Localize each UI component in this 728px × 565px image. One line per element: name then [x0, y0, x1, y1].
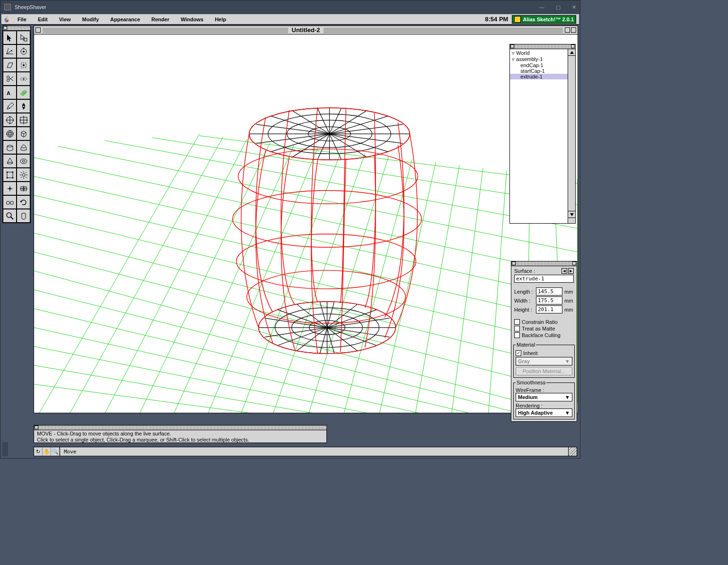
properties-zoom-button[interactable]: [572, 261, 576, 265]
tool-extrude1[interactable]: [3, 140, 17, 154]
app-menu[interactable]: Alias Sketch!™ 2.0.1: [512, 15, 576, 24]
rendering-select[interactable]: High Adaptive▼: [516, 409, 572, 417]
close-button[interactable]: ✕: [572, 4, 576, 10]
properties-panel[interactable]: Surface : ◄► Length : mm Width : mm Heig…: [511, 261, 577, 422]
outliner-close-button[interactable]: [510, 44, 514, 48]
minimize-button[interactable]: —: [539, 4, 544, 10]
scroll-up-icon[interactable]: [568, 49, 575, 56]
outliner-item-startCap-1[interactable]: startCap-1: [510, 68, 575, 74]
length-field[interactable]: [536, 287, 562, 296]
rotate3d-icon: [19, 47, 28, 56]
tool-sphere[interactable]: [3, 127, 17, 140]
properties-close-button[interactable]: [512, 261, 516, 265]
width-field[interactable]: [536, 296, 562, 304]
tool-rotate3d[interactable]: [17, 44, 30, 58]
tool-scissors[interactable]: [3, 72, 17, 86]
outliner-item-assembly-1[interactable]: ▿ assembly-1: [510, 56, 575, 62]
maximize-button[interactable]: ▢: [556, 4, 561, 10]
tool-torus[interactable]: [17, 154, 30, 168]
tool-light[interactable]: [17, 168, 30, 182]
doc-zoom-button[interactable]: [565, 27, 570, 33]
tool-palette[interactable]: A: [2, 26, 31, 223]
hint-panel: MOVE - Click-Drag to move objects along …: [34, 425, 327, 443]
tool-pencil[interactable]: [3, 99, 17, 113]
height-field[interactable]: [536, 305, 562, 313]
tool-gridplane[interactable]: [17, 86, 30, 99]
tool-cone[interactable]: [3, 154, 17, 168]
outliner-panel[interactable]: ▿ World▿ assembly-1 endCap-1 startCap-1 …: [509, 44, 576, 224]
status-cycle-icon[interactable]: ↻: [34, 447, 43, 456]
tool-pen[interactable]: [17, 99, 30, 113]
material-group: Material ✓Inherit Gray▼ Position Materia…: [513, 342, 575, 378]
outliner-drag-handle[interactable]: [510, 44, 575, 49]
tool-arrow[interactable]: [3, 31, 17, 44]
tool-zoom[interactable]: [3, 209, 17, 223]
tool-extrude2[interactable]: [17, 140, 30, 154]
status-hand-icon[interactable]: ✋: [43, 447, 51, 456]
menu-windows[interactable]: Windows: [175, 17, 209, 22]
status-zoom-icon[interactable]: 🔍: [51, 447, 60, 456]
tool-rectcross[interactable]: [17, 113, 30, 127]
treat-as-matte-checkbox[interactable]: Treat as Matte: [514, 326, 574, 331]
svg-point-24: [12, 171, 13, 173]
apple-menu-icon[interactable]: [1, 14, 12, 25]
tool-cube[interactable]: [17, 127, 30, 140]
tool-selectlasso[interactable]: [17, 58, 30, 72]
menu-edit[interactable]: Edit: [32, 17, 53, 22]
menu-view[interactable]: View: [53, 17, 77, 22]
hint-close-button[interactable]: [35, 426, 38, 429]
clock[interactable]: 8:54 PM: [485, 16, 508, 23]
viewport-canvas[interactable]: ▿ World▿ assembly-1 endCap-1 startCap-1 …: [34, 35, 578, 413]
next-surface-button[interactable]: ►: [568, 268, 574, 274]
properties-drag-handle[interactable]: [511, 261, 577, 266]
palette-drag-handle[interactable]: [3, 26, 30, 31]
outliner-resize-handle[interactable]: [568, 217, 575, 223]
tool-skew[interactable]: [3, 58, 17, 72]
backface-culling-checkbox[interactable]: Backface Culling: [514, 332, 574, 338]
svg-line-58: [488, 171, 507, 413]
tool-circlecross[interactable]: [3, 113, 17, 127]
status-resize-handle[interactable]: [568, 447, 577, 456]
menu-modify[interactable]: Modify: [77, 17, 105, 22]
cube-icon: [19, 130, 28, 138]
palette-close-button[interactable]: [3, 26, 7, 30]
menu-file[interactable]: File: [12, 17, 32, 22]
menu-appearance[interactable]: Appearance: [105, 17, 146, 22]
tool-move3d[interactable]: [3, 44, 17, 58]
surface-name-field[interactable]: [514, 275, 574, 283]
sparkle-icon: [6, 184, 14, 193]
doc-close-button[interactable]: [35, 27, 41, 33]
wireframe-select[interactable]: Medium▼: [516, 393, 572, 401]
tool-hand[interactable]: [17, 209, 30, 223]
tool-ring[interactable]: [17, 72, 30, 86]
dock-tab[interactable]: [2, 442, 8, 456]
hint-line-2: Click to select a single object, Click-D…: [37, 437, 324, 443]
hint-drag-handle[interactable]: [34, 426, 326, 430]
doc-collapse-button[interactable]: [571, 27, 576, 33]
outliner-item-extrude-1[interactable]: extrude-1: [510, 74, 575, 79]
svg-line-65: [34, 233, 578, 370]
os-window-controls: — ▢ ✕: [539, 4, 576, 10]
menu-render[interactable]: Render: [146, 17, 175, 22]
tool-text[interactable]: A: [3, 86, 17, 99]
scroll-down-icon[interactable]: [568, 211, 575, 217]
constrain-ratio-checkbox[interactable]: Constrain Ratio: [514, 319, 574, 325]
material-select[interactable]: Gray▼: [516, 357, 572, 365]
tool-cycle[interactable]: [17, 195, 30, 209]
tool-arrow-box[interactable]: [17, 31, 30, 44]
tool-sparkle[interactable]: [3, 182, 17, 195]
outliner-scrollbar[interactable]: [568, 49, 575, 217]
outliner-zoom-button[interactable]: [571, 44, 575, 48]
tool-target[interactable]: [17, 182, 30, 195]
tool-patch1[interactable]: [3, 168, 17, 182]
prev-surface-button[interactable]: ◄: [561, 268, 567, 274]
inherit-checkbox[interactable]: ✓Inherit: [516, 350, 572, 356]
menu-help[interactable]: Help: [209, 17, 232, 22]
os-titlebar[interactable]: SheepShaver — ▢ ✕: [0, 0, 580, 14]
document-titlebar[interactable]: Untitled-2: [34, 26, 578, 35]
svg-line-62: [34, 176, 578, 299]
outliner-item-endCap-1[interactable]: endCap-1: [510, 62, 575, 68]
position-material-button[interactable]: Position Material...: [516, 367, 572, 375]
tool-glasses[interactable]: [3, 195, 17, 209]
outliner-item-world[interactable]: ▿ World: [510, 50, 575, 56]
